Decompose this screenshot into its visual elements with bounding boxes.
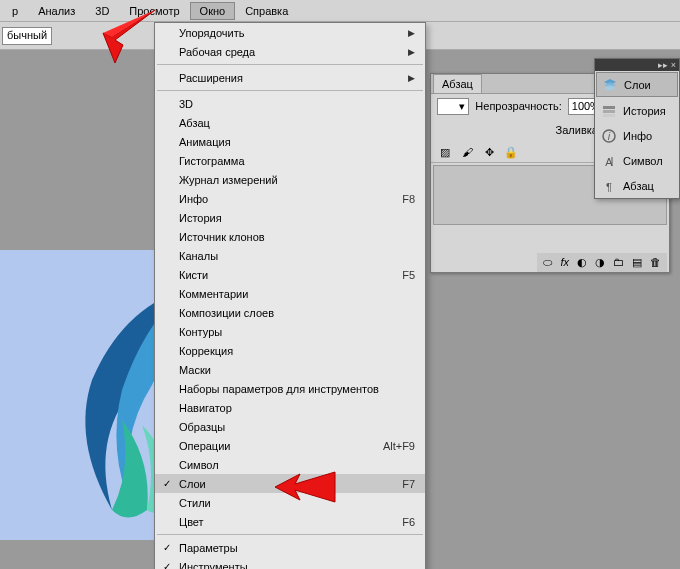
check-icon: ✓ <box>163 478 171 489</box>
close-icon[interactable]: × <box>671 60 676 70</box>
svg-text:¶: ¶ <box>606 181 612 193</box>
menu-brushes-panel[interactable]: КистиF5 <box>155 265 425 284</box>
menu-analysis[interactable]: Анализ <box>28 2 85 20</box>
menu-adjustments-panel[interactable]: Коррекция <box>155 341 425 360</box>
menu-paragraph-panel[interactable]: Абзац <box>155 113 425 132</box>
menu-paths-panel[interactable]: Контуры <box>155 322 425 341</box>
submenu-arrow-icon: ▶ <box>408 73 415 83</box>
menu-info-panel[interactable]: ИнфоF8 <box>155 189 425 208</box>
menu-separator <box>157 64 423 65</box>
lock-transparent-icon[interactable]: ▨ <box>437 144 453 160</box>
options-field[interactable]: бычный <box>2 27 52 45</box>
layers-footer: ⬭ fx ◐ ◑ 🗀 ▤ 🗑 <box>537 253 667 272</box>
menu-window[interactable]: Окно <box>190 2 236 20</box>
info-icon: i <box>601 128 617 144</box>
menu-measurementlog-panel[interactable]: Журнал измерений <box>155 170 425 189</box>
opacity-label: Непрозрачность: <box>475 100 561 112</box>
collapse-icon[interactable]: ▸▸ <box>658 60 668 70</box>
menu-actions-panel[interactable]: ОперацииAlt+F9 <box>155 436 425 455</box>
flyout-history[interactable]: История <box>595 98 679 123</box>
mask-icon[interactable]: ◐ <box>577 256 587 269</box>
menu-arrange[interactable]: Упорядочить▶ <box>155 23 425 42</box>
menu-clonesource-panel[interactable]: Источник клонов <box>155 227 425 246</box>
character-icon: A <box>601 153 617 169</box>
menu-3d-panel[interactable]: 3D <box>155 94 425 113</box>
submenu-arrow-icon: ▶ <box>408 47 415 57</box>
svg-text:i: i <box>608 130 611 142</box>
menu-layercomps-panel[interactable]: Композиции слоев <box>155 303 425 322</box>
lock-all-icon[interactable]: 🔒 <box>503 144 519 160</box>
lock-pixels-icon[interactable]: 🖌 <box>459 144 475 160</box>
menu-extensions[interactable]: Расширения▶ <box>155 68 425 87</box>
submenu-arrow-icon: ▶ <box>408 28 415 38</box>
link-icon[interactable]: ⬭ <box>543 256 552 269</box>
menu-separator <box>157 90 423 91</box>
history-icon <box>601 103 617 119</box>
svg-rect-1 <box>603 110 615 113</box>
menu-navigator-panel[interactable]: Навигатор <box>155 398 425 417</box>
menu-tools[interactable]: ✓Инструменты <box>155 557 425 569</box>
flyout-character[interactable]: A Символ <box>595 148 679 173</box>
menu-history-panel[interactable]: История <box>155 208 425 227</box>
flyout-header: ▸▸ × <box>595 59 679 71</box>
trash-icon[interactable]: 🗑 <box>650 256 661 269</box>
menu-workspace[interactable]: Рабочая среда▶ <box>155 42 425 61</box>
menu-histogram-panel[interactable]: Гистограмма <box>155 151 425 170</box>
tab-paragraph[interactable]: Абзац <box>433 74 482 93</box>
check-icon: ✓ <box>163 561 171 569</box>
blend-mode-select[interactable]: ▾ <box>437 98 469 115</box>
layers-icon <box>602 77 618 93</box>
flyout-paragraph[interactable]: ¶ Абзац <box>595 173 679 198</box>
folder-icon[interactable]: 🗀 <box>613 256 624 269</box>
annotation-arrow-bottom <box>270 462 340 512</box>
menu-separator <box>157 534 423 535</box>
fx-button-icon[interactable]: fx <box>560 256 569 269</box>
flyout-layers[interactable]: Слои <box>596 72 678 97</box>
menu-help[interactable]: Справка <box>235 2 298 20</box>
annotation-arrow-top <box>95 5 165 65</box>
menu-channels-panel[interactable]: Каналы <box>155 246 425 265</box>
panel-flyout[interactable]: ▸▸ × Слои История i Инфо A Символ ¶ Абза… <box>594 58 680 199</box>
flyout-info[interactable]: i Инфо <box>595 123 679 148</box>
menu-r[interactable]: р <box>2 2 28 20</box>
svg-rect-2 <box>603 114 615 117</box>
check-icon: ✓ <box>163 542 171 553</box>
menu-options[interactable]: ✓Параметры <box>155 538 425 557</box>
menu-notes-panel[interactable]: Комментарии <box>155 284 425 303</box>
new-layer-icon[interactable]: ▤ <box>632 256 642 269</box>
adjustment-icon[interactable]: ◑ <box>595 256 605 269</box>
menu-masks-panel[interactable]: Маски <box>155 360 425 379</box>
lock-position-icon[interactable]: ✥ <box>481 144 497 160</box>
paragraph-icon: ¶ <box>601 178 617 194</box>
menu-color-panel[interactable]: ЦветF6 <box>155 512 425 531</box>
menu-swatches-panel[interactable]: Образцы <box>155 417 425 436</box>
menu-animation-panel[interactable]: Анимация <box>155 132 425 151</box>
svg-rect-0 <box>603 106 615 109</box>
menu-toolpresets-panel[interactable]: Наборы параметров для инструментов <box>155 379 425 398</box>
